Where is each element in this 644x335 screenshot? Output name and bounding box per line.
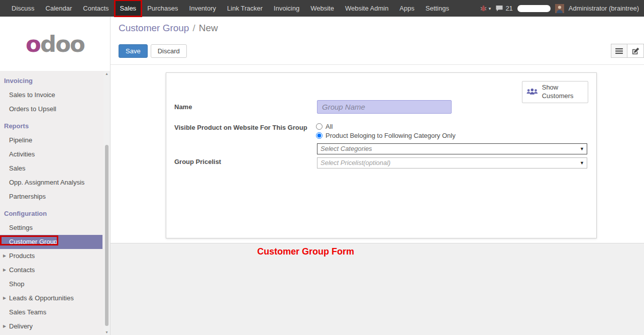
sidebar-item-shop[interactable]: Shop	[0, 277, 102, 291]
sidebar-item-delivery[interactable]: ▶ Delivery	[0, 319, 102, 333]
top-navbar: Discuss Calendar Contacts Sales Purchase…	[0, 0, 644, 17]
topnav-item-website[interactable]: Website	[305, 0, 340, 17]
control-panel: Customer Group/New Save Discard	[111, 17, 644, 64]
categories-select[interactable]: Select Categories ▼	[317, 143, 587, 154]
categories-select-placeholder: Select Categories	[317, 144, 587, 154]
topnav-item-invoicing[interactable]: Invoicing	[268, 0, 305, 17]
sidebar-item-settings[interactable]: Settings	[0, 221, 102, 235]
sidebar-item-leads-opportunities[interactable]: ▶ Leads & Opportunities	[0, 291, 102, 305]
customers-group-icon	[526, 87, 538, 97]
sidebar-menu: Invoicing Sales to Invoice Orders to Ups…	[0, 71, 102, 333]
form-view-content: Show Customers Name Visible Product on W…	[111, 64, 644, 243]
avatar-image	[555, 4, 564, 13]
topnav-item-inventory[interactable]: Inventory	[184, 0, 222, 17]
sidebar-section-invoicing: Invoicing	[0, 74, 102, 88]
sidebar-section-reports: Reports	[0, 119, 102, 133]
radio-all-label: All	[326, 123, 333, 130]
caret-right-icon: ▶	[3, 263, 6, 277]
list-icon	[615, 48, 623, 54]
logo-rest: doo	[40, 31, 84, 57]
show-customers-button[interactable]: Show Customers	[522, 81, 588, 103]
radio-all-input[interactable]	[316, 123, 323, 130]
visibility-field-label: Visible Product on Website For This Grou…	[174, 124, 323, 131]
breadcrumb-customer-group[interactable]: Customer Group	[119, 23, 189, 33]
topbar-right-tools: ▾ 21 Administrator (braintree)	[480, 0, 644, 17]
pricelist-select[interactable]: Select Pricelist(optional) ▼	[317, 157, 587, 169]
sidebar-item-label: Leads & Opportunities	[9, 294, 74, 302]
list-view-button[interactable]	[611, 44, 627, 58]
breadcrumb: Customer Group/New	[119, 23, 218, 34]
pricelist-select-placeholder: Select Pricelist(optional)	[317, 158, 587, 168]
show-customers-label: Show Customers	[542, 83, 584, 101]
sidebar-section-configuration: Configuration	[0, 207, 102, 221]
form-sheet: Show Customers Name Visible Product on W…	[166, 72, 597, 238]
sidebar-item-opp-assignment-analysis[interactable]: Opp. Assignment Analysis	[0, 176, 102, 190]
caret-right-icon: ▶	[3, 249, 6, 263]
caret-down-icon: ▾	[489, 6, 491, 11]
sidebar-item-partnerships[interactable]: Partnerships	[0, 190, 102, 204]
save-button[interactable]: Save	[119, 44, 148, 58]
sidebar-item-sales[interactable]: Sales	[0, 161, 102, 176]
sidebar-item-label: Delivery	[9, 322, 33, 330]
user-menu[interactable]: Administrator (braintree)	[569, 5, 639, 12]
bottom-strip	[111, 243, 644, 335]
main-area: Customer Group/New Save Discard	[111, 17, 644, 335]
messages-count: 21	[505, 5, 512, 12]
pricelist-field-label: Group Pricelist	[174, 158, 221, 165]
discard-button[interactable]: Discard	[151, 44, 187, 58]
scroll-down-icon[interactable]: ▼	[103, 330, 110, 334]
top-menu-items: Discuss Calendar Contacts Sales Purchase…	[0, 0, 455, 17]
topnav-item-sales[interactable]: Sales	[115, 0, 142, 17]
name-field-label: Name	[174, 103, 192, 111]
form-view-button[interactable]	[627, 44, 644, 58]
sidebar-item-label: Products	[9, 252, 35, 260]
scroll-up-icon[interactable]: ▲	[103, 72, 110, 75]
radio-option-category[interactable]: Product Beloging to Following Category O…	[316, 132, 456, 139]
logo-first-letter: o	[26, 31, 40, 57]
sidebar-item-products[interactable]: ▶ Products	[0, 249, 102, 263]
breadcrumb-current: New	[199, 23, 218, 33]
sidebar-item-pipeline[interactable]: Pipeline	[0, 133, 102, 147]
messages-menu-button[interactable]: 21	[495, 5, 512, 12]
timer-widget[interactable]	[517, 5, 551, 12]
annotation-caption: Customer Group Form	[257, 246, 354, 257]
breadcrumb-separator: /	[192, 23, 195, 33]
topnav-item-settings[interactable]: Settings	[420, 0, 455, 17]
sidebar-item-sales-teams[interactable]: Sales Teams	[0, 305, 102, 319]
sidebar-item-contacts[interactable]: ▶ Contacts	[0, 263, 102, 277]
sidebar-scrollbar[interactable]: ▲ ▼	[103, 71, 110, 335]
avatar[interactable]	[555, 4, 564, 13]
sidebar-item-orders-to-upsell[interactable]: Orders to Upsell	[0, 102, 102, 116]
bug-icon	[480, 5, 487, 12]
odoo-logo: odoo	[26, 31, 84, 57]
sidebar-item-sales-to-invoice[interactable]: Sales to Invoice	[0, 88, 102, 102]
topnav-item-link-tracker[interactable]: Link Tracker	[222, 0, 268, 17]
topnav-item-website-admin[interactable]: Website Admin	[340, 0, 394, 17]
sidebar-item-customer-group[interactable]: Customer Group	[0, 235, 102, 249]
sidebar: odoo Invoicing Sales to Invoice Orders t…	[0, 17, 111, 335]
scrollbar-thumb[interactable]	[105, 145, 109, 326]
radio-category-input[interactable]	[316, 132, 323, 139]
sidebar-item-label: Customer Group	[9, 238, 57, 245]
caret-right-icon: ▶	[3, 291, 6, 305]
radio-option-all[interactable]: All	[316, 123, 333, 130]
dropdown-arrow-icon: ▼	[580, 158, 584, 168]
radio-category-label: Product Beloging to Following Category O…	[326, 132, 456, 139]
sidebar-item-label: Contacts	[9, 266, 35, 274]
logo-area: odoo	[0, 17, 110, 71]
chat-icon	[495, 5, 503, 12]
topnav-item-discuss[interactable]: Discuss	[6, 0, 40, 17]
caret-right-icon: ▶	[3, 319, 6, 333]
topnav-item-purchases[interactable]: Purchases	[142, 0, 183, 17]
view-switcher	[611, 44, 644, 58]
edit-form-icon	[632, 47, 639, 55]
topnav-item-contacts[interactable]: Contacts	[77, 0, 114, 17]
form-action-buttons: Save Discard	[119, 44, 187, 58]
sidebar-item-activities[interactable]: Activities	[0, 147, 102, 161]
debug-menu-button[interactable]: ▾	[480, 5, 491, 12]
group-name-input[interactable]	[317, 100, 452, 114]
topnav-item-apps[interactable]: Apps	[394, 0, 420, 17]
topnav-item-calendar[interactable]: Calendar	[40, 0, 78, 17]
dropdown-arrow-icon: ▼	[580, 144, 584, 154]
